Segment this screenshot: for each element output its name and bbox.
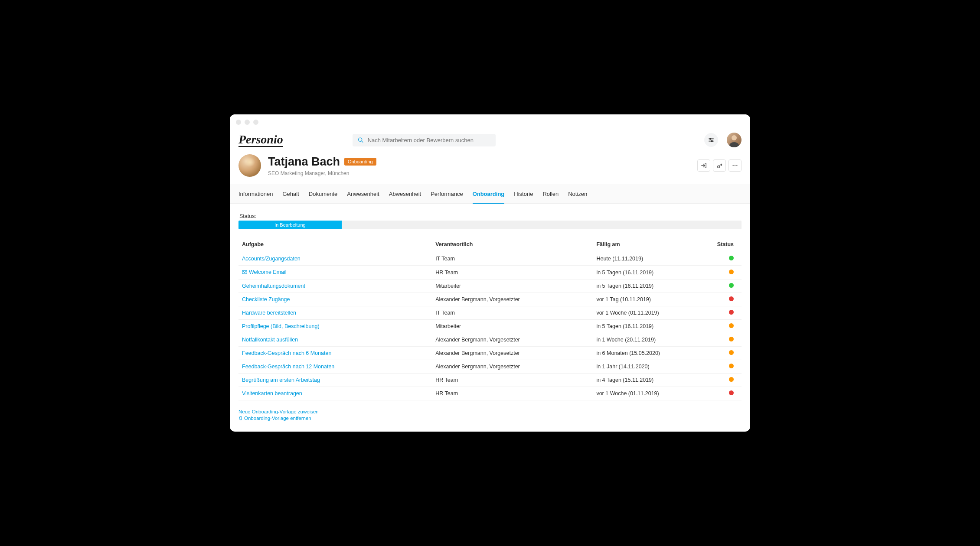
mail-icon xyxy=(242,270,247,276)
tab-performance[interactable]: Performance xyxy=(431,185,463,204)
status-cell xyxy=(714,333,742,347)
task-link[interactable]: Begrüßung am ersten Arbeitstag xyxy=(242,377,320,383)
content: Status: In Bearbeitung Aufgabe Verantwor… xyxy=(230,204,750,432)
col-task: Aufgabe xyxy=(238,237,432,252)
remove-template-label: Onboarding-Vorlage entfernen xyxy=(244,416,311,421)
employee-name: Tatjana Bach xyxy=(268,155,340,169)
settings-button[interactable] xyxy=(704,133,718,147)
responsible-cell: Alexander Bergmann, Vorgesetzter xyxy=(432,333,593,347)
status-cell xyxy=(714,306,742,320)
responsible-cell: Alexander Bergmann, Vorgesetzter xyxy=(432,293,593,306)
task-link[interactable]: Feedback-Gespräch nach 6 Monaten xyxy=(242,350,331,356)
status-dot-icon xyxy=(729,323,734,328)
svg-line-1 xyxy=(362,141,363,142)
table-row: Begrüßung am ersten ArbeitstagHR Teamin … xyxy=(238,374,742,387)
tab-historie[interactable]: Historie xyxy=(514,185,533,204)
search-icon xyxy=(358,137,363,143)
status-dot-icon xyxy=(729,337,734,341)
more-icon xyxy=(732,162,738,169)
table-row: Accounts/ZugangsdatenIT TeamHeute (11.11… xyxy=(238,252,742,266)
progress-bar: In Bearbeitung xyxy=(238,221,742,229)
svg-point-5 xyxy=(711,140,712,142)
due-cell: vor 1 Tag (10.11.2019) xyxy=(593,293,713,306)
table-row: Profilpflege (Bild, Beschreibung)Mitarbe… xyxy=(238,320,742,333)
user-avatar[interactable] xyxy=(727,133,742,147)
status-cell xyxy=(714,387,742,400)
col-status: Status xyxy=(714,237,742,252)
table-row: Hardware bereitstellenIT Teamvor 1 Woche… xyxy=(238,306,742,320)
col-due: Fällig am xyxy=(593,237,713,252)
key-icon xyxy=(717,163,722,169)
remove-template-link[interactable]: Onboarding-Vorlage entfernen xyxy=(238,416,742,421)
due-cell: in 1 Woche (20.11.2019) xyxy=(593,333,713,347)
employee-avatar[interactable] xyxy=(238,154,261,177)
progress-fill: In Bearbeitung xyxy=(238,221,342,229)
status-dot-icon xyxy=(729,310,734,315)
status-cell xyxy=(714,347,742,360)
table-row: Feedback-Gespräch nach 6 MonatenAlexande… xyxy=(238,347,742,360)
due-cell: vor 1 Woche (01.11.2019) xyxy=(593,387,713,400)
svg-rect-10 xyxy=(242,270,247,274)
tab-anwesenheit[interactable]: Anwesenheit xyxy=(347,185,379,204)
responsible-cell: IT Team xyxy=(432,306,593,320)
status-dot-icon xyxy=(729,350,734,355)
app-window: Personio Tatjana Bach Onboarding SEO Mar… xyxy=(230,114,750,432)
task-link[interactable]: Profilpflege (Bild, Beschreibung) xyxy=(242,323,320,329)
table-row: Welcome EmailHR Teamin 5 Tagen (16.11.20… xyxy=(238,266,742,280)
svg-point-8 xyxy=(735,165,735,166)
task-link[interactable]: Geheimhaltungsdokument xyxy=(242,283,305,289)
status-cell xyxy=(714,252,742,266)
window-minimize-icon[interactable] xyxy=(245,120,250,125)
status-dot-icon xyxy=(729,256,734,260)
responsible-cell: HR Team xyxy=(432,387,593,400)
edit-button[interactable] xyxy=(713,159,726,172)
table-row: Feedback-Gespräch nach 12 MonatenAlexand… xyxy=(238,360,742,374)
tab-abwesenheit[interactable]: Abwesenheit xyxy=(389,185,421,204)
tab-onboarding[interactable]: Onboarding xyxy=(473,185,505,204)
task-link[interactable]: Checkliste Zugänge xyxy=(242,296,290,302)
profile-header: Tatjana Bach Onboarding SEO Marketing Ma… xyxy=(230,153,750,185)
task-link[interactable]: Hardware bereitstellen xyxy=(242,310,296,316)
search-box[interactable] xyxy=(353,134,496,146)
assign-template-link[interactable]: Neue Onboarding-Vorlage zuweisen xyxy=(238,409,742,414)
svg-point-0 xyxy=(358,138,362,141)
status-cell xyxy=(714,374,742,387)
login-icon xyxy=(701,162,707,169)
status-dot-icon xyxy=(729,364,734,368)
status-badge: Onboarding xyxy=(344,158,376,166)
svg-point-9 xyxy=(736,165,737,166)
tab-gehalt[interactable]: Gehalt xyxy=(283,185,299,204)
responsible-cell: Alexander Bergmann, Vorgesetzter xyxy=(432,347,593,360)
due-cell: in 5 Tagen (16.11.2019) xyxy=(593,266,713,280)
tab-notizen[interactable]: Notizen xyxy=(568,185,587,204)
tab-dokumente[interactable]: Dokumente xyxy=(309,185,337,204)
employee-subtitle: SEO Marketing Manager, München xyxy=(268,170,376,176)
svg-point-4 xyxy=(710,138,711,140)
footer-links: Neue Onboarding-Vorlage zuweisen Onboard… xyxy=(238,409,742,421)
responsible-cell: Mitarbeiter xyxy=(432,280,593,293)
topbar: Personio xyxy=(230,130,750,153)
task-link[interactable]: Accounts/Zugangsdaten xyxy=(242,256,301,262)
tab-rollen[interactable]: Rollen xyxy=(542,185,559,204)
window-maximize-icon[interactable] xyxy=(253,120,258,125)
task-link[interactable]: Notfallkontakt ausfüllen xyxy=(242,337,298,343)
status-label: Status: xyxy=(238,213,742,219)
table-row: GeheimhaltungsdokumentMitarbeiterin 5 Ta… xyxy=(238,280,742,293)
task-link[interactable]: Welcome Email xyxy=(242,269,287,275)
more-button[interactable] xyxy=(728,159,742,172)
task-link[interactable]: Feedback-Gespräch nach 12 Monaten xyxy=(242,364,334,370)
due-cell: Heute (11.11.2019) xyxy=(593,252,713,266)
trash-icon xyxy=(238,416,243,421)
responsible-cell: Alexander Bergmann, Vorgesetzter xyxy=(432,360,593,374)
title-bar xyxy=(230,114,750,130)
logo[interactable]: Personio xyxy=(238,133,283,147)
window-close-icon[interactable] xyxy=(236,120,241,125)
due-cell: in 5 Tagen (16.11.2019) xyxy=(593,280,713,293)
login-as-button[interactable] xyxy=(697,159,710,172)
responsible-cell: Mitarbeiter xyxy=(432,320,593,333)
tab-informationen[interactable]: Informationen xyxy=(238,185,273,204)
task-link[interactable]: Visitenkarten beantragen xyxy=(242,390,302,396)
status-dot-icon xyxy=(729,390,734,395)
search-input[interactable] xyxy=(368,137,490,143)
responsible-cell: HR Team xyxy=(432,374,593,387)
